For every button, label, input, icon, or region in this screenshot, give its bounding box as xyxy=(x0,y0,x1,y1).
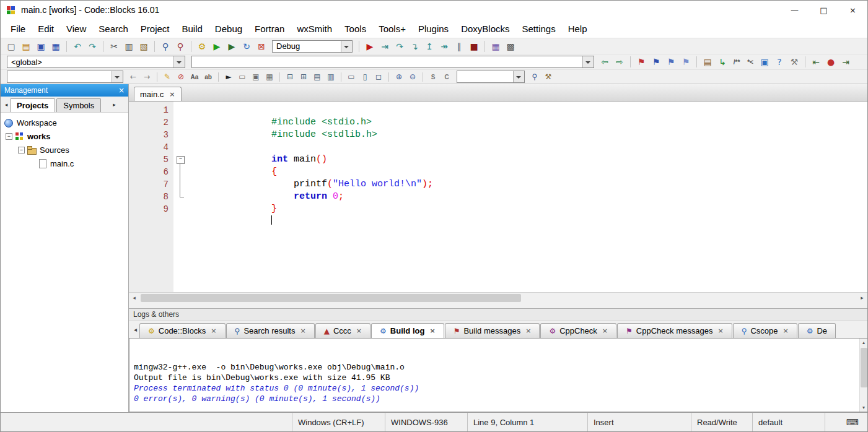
jump-home-icon[interactable]: ● xyxy=(823,56,838,68)
doxy-help-icon[interactable]: ? xyxy=(772,56,787,68)
menu-item[interactable]: Settings xyxy=(515,21,561,37)
nav-prev-icon[interactable]: ← xyxy=(126,71,140,82)
widget-dialog-icon[interactable]: ▣ xyxy=(249,71,263,82)
scroll-up-icon[interactable]: ▴ xyxy=(860,339,867,347)
menu-item[interactable]: Project xyxy=(134,21,176,37)
tree-expander-icon[interactable] xyxy=(6,133,12,140)
highlight-icon[interactable]: ✎ xyxy=(160,71,174,82)
tabs-scroll-left-icon[interactable]: ◂ xyxy=(2,102,10,108)
jump-back-icon[interactable]: ⇤ xyxy=(809,56,823,68)
run-icon[interactable]: ▶ xyxy=(209,40,224,53)
fold-margin[interactable] xyxy=(173,203,188,215)
scroll-down-icon[interactable]: ▾ xyxy=(860,404,867,412)
doxy-library-icon[interactable]: ▤ xyxy=(700,56,715,68)
build-and-run-icon[interactable]: ▶ xyxy=(224,40,239,53)
abort-build-icon[interactable]: ⊠ xyxy=(254,40,269,53)
build-target-select[interactable]: Debug xyxy=(272,40,353,53)
next-instruction-icon[interactable]: ↠ xyxy=(437,40,452,53)
hscroll-thumb[interactable] xyxy=(141,294,521,302)
fold-margin[interactable] xyxy=(173,141,188,153)
nav-next-icon[interactable]: → xyxy=(140,71,154,82)
maximize-button[interactable]: □ xyxy=(809,1,838,19)
tree-item-workspace[interactable]: Workspace xyxy=(1,116,128,129)
find-references-icon[interactable]: ⚑ xyxy=(664,56,678,68)
undo-icon[interactable]: ↶ xyxy=(70,40,85,53)
various-info-icon[interactable]: ▩ xyxy=(503,40,518,53)
log-tab-close-icon[interactable]: × xyxy=(525,327,531,335)
fold-margin[interactable] xyxy=(173,178,188,191)
save-icon[interactable]: ▣ xyxy=(33,40,48,53)
log-tab-cppcheck-messages[interactable]: ⚑ CppCheck messages × xyxy=(617,323,732,338)
menu-item[interactable]: Tools+ xyxy=(372,21,412,37)
next-line-icon[interactable]: ↷ xyxy=(392,40,407,53)
menu-item[interactable]: View xyxy=(60,21,92,37)
tree-expander-icon[interactable] xyxy=(18,147,25,153)
search-term-select[interactable] xyxy=(457,71,525,83)
widget-panel-icon[interactable]: ▦ xyxy=(263,71,276,82)
log-tab-codeblocks[interactable]: ⚙ Code::Blocks × xyxy=(139,323,226,338)
tree-item-sources[interactable]: Sources xyxy=(1,143,128,157)
menu-item[interactable]: File xyxy=(4,21,32,37)
paste-icon[interactable]: ▧ xyxy=(136,40,151,53)
log-tab-cppcheck[interactable]: ⚙ CppCheck × xyxy=(540,323,616,338)
doxy-block-comment-icon[interactable]: /** xyxy=(730,56,743,68)
log-tab-debugger[interactable]: ⚙ De × xyxy=(798,323,836,338)
isearch-history-select[interactable] xyxy=(7,71,123,83)
scroll-left-icon[interactable]: ◂ xyxy=(129,293,139,303)
doxy-line-comment-icon[interactable]: *< xyxy=(743,56,757,68)
scope-select[interactable]: <global> xyxy=(7,56,185,68)
log-tab-cscope[interactable]: ⚲ Cscope × xyxy=(733,323,797,338)
break-debugger-icon[interactable]: ∥ xyxy=(452,40,467,53)
management-close-icon[interactable]: × xyxy=(118,86,125,95)
expand-horizontal-icon[interactable]: ▭ xyxy=(344,71,358,82)
log-tabs-scroll-left-icon[interactable]: ◂ xyxy=(131,326,139,333)
minimize-button[interactable]: — xyxy=(780,1,809,19)
widget-frame-icon[interactable]: ▭ xyxy=(235,71,249,82)
fold-margin[interactable] xyxy=(173,166,188,178)
code-back-icon[interactable]: ⇦ xyxy=(597,56,612,68)
stop-debugger-icon[interactable]: ■ xyxy=(467,40,481,53)
menu-item[interactable]: DoxyBlocks xyxy=(455,21,515,37)
close-button[interactable]: × xyxy=(838,1,867,19)
redo-icon[interactable]: ↷ xyxy=(85,40,100,53)
log-tab-close-icon[interactable]: × xyxy=(429,327,435,335)
pointer-tool-icon[interactable]: ► xyxy=(222,71,235,82)
match-case-icon[interactable]: Aa xyxy=(188,71,201,83)
log-tab-close-icon[interactable]: × xyxy=(717,327,723,335)
jump-forward-icon[interactable]: ⇥ xyxy=(838,56,853,68)
zoom-out-icon[interactable]: ⊖ xyxy=(406,71,419,82)
menu-item[interactable]: Build xyxy=(176,21,209,37)
rename-symbol-icon[interactable]: ⚑ xyxy=(678,56,693,68)
fold-margin[interactable] xyxy=(173,191,188,203)
log-tab-close-icon[interactable]: × xyxy=(356,327,362,335)
cut-icon[interactable]: ✂ xyxy=(107,40,121,53)
border-bottom-icon[interactable]: ▥ xyxy=(324,71,338,82)
debugging-windows-icon[interactable]: ▦ xyxy=(488,40,503,53)
menu-item[interactable]: Edit xyxy=(32,21,60,37)
fold-margin[interactable] xyxy=(173,116,188,129)
goto-declaration-icon[interactable]: ⚑ xyxy=(634,56,649,68)
tab-symbols[interactable]: Symbols xyxy=(56,98,101,112)
code-forward-icon[interactable]: ⇨ xyxy=(612,56,627,68)
editor-hscrollbar[interactable]: ◂ ▸ xyxy=(129,292,867,303)
run-to-cursor-icon[interactable]: ⇥ xyxy=(377,40,392,53)
log-tab-cccc[interactable]: ▲ Cccc × xyxy=(315,323,370,338)
log-vscrollbar[interactable]: ▴ ▾ xyxy=(859,339,867,412)
menu-item[interactable]: Fortran xyxy=(248,21,291,37)
menu-item[interactable]: Search xyxy=(92,21,134,37)
vscroll-track[interactable] xyxy=(860,347,867,404)
editor-tab-main-c[interactable]: main.c × xyxy=(134,87,182,101)
fold-margin[interactable] xyxy=(173,104,188,116)
build-icon[interactable]: ⚙ xyxy=(195,40,209,53)
incremental-search-icon[interactable]: ⚲ xyxy=(528,71,541,82)
code-editor[interactable]: 1 #include <stdio.h> 2 #include <stdlib.… xyxy=(129,102,867,292)
border-top-icon[interactable]: ▤ xyxy=(310,71,324,82)
logs-panel-caption[interactable]: Logs & others xyxy=(129,308,867,321)
menu-item[interactable]: Debug xyxy=(209,21,248,37)
border-right-icon[interactable]: ⊞ xyxy=(297,71,310,82)
editor-tab-close-icon[interactable]: × xyxy=(169,90,175,98)
menu-item[interactable]: Help xyxy=(562,21,594,37)
menu-item[interactable]: Tools xyxy=(338,21,372,37)
clear-highlight-icon[interactable]: ⊘ xyxy=(174,71,188,82)
doxy-config-icon[interactable]: ⚒ xyxy=(787,56,802,68)
